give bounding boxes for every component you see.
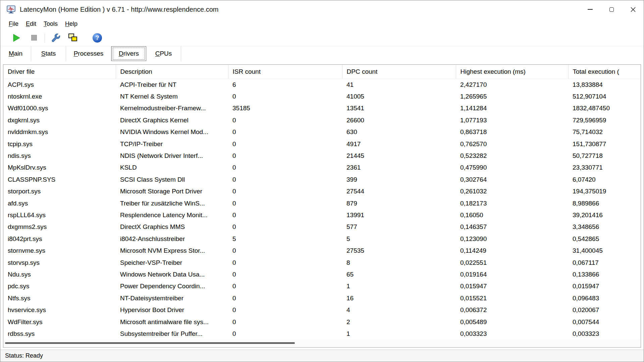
table-row[interactable]: stornvme.sys Microsoft NVM Express Stor.… xyxy=(3,245,641,256)
cell-dpc-count: 27535 xyxy=(342,245,456,256)
cell-dpc-count: 399 xyxy=(342,174,456,185)
cell-isr-count: 0 xyxy=(228,281,342,292)
close-button[interactable] xyxy=(622,0,644,18)
cell-total-execution: 0,542865 xyxy=(568,233,641,245)
cell-highest-execution: 0,762570 xyxy=(456,138,568,150)
cell-description: Microsoft antimalware file sys... xyxy=(116,316,228,328)
column-header-driver-file[interactable]: Driver file xyxy=(3,65,116,79)
minimize-button[interactable] xyxy=(579,0,601,18)
cell-description: i8042-Anschlusstreiber xyxy=(116,233,228,245)
cell-highest-execution: 1,141284 xyxy=(456,103,568,114)
cell-description: Kernelmodustreiber-Framew... xyxy=(116,103,228,114)
cell-dpc-count: 4 xyxy=(342,304,456,316)
cell-dpc-count: 13991 xyxy=(342,209,456,221)
cell-isr-count: 0 xyxy=(228,138,342,150)
close-icon xyxy=(631,7,636,12)
tab-main[interactable]: Main xyxy=(0,46,31,61)
table-row[interactable]: storvsp.sys Speicher-VSP-Treiber 0 8 0,0… xyxy=(3,257,641,268)
tab-drivers[interactable]: Drivers xyxy=(111,46,146,61)
cell-total-execution: 8,989866 xyxy=(568,197,641,209)
cell-description: Microsoft NVM Express Stor... xyxy=(116,245,228,256)
cell-highest-execution: 2,427170 xyxy=(456,79,568,90)
cell-total-execution: 0,003323 xyxy=(568,328,641,340)
tab-processes[interactable]: Processes xyxy=(66,46,111,61)
cell-highest-execution: 1,265965 xyxy=(456,90,568,102)
table-row[interactable]: ntoskrnl.exe NT Kernel & System 0 41005 … xyxy=(3,90,641,102)
windows-button[interactable] xyxy=(66,31,80,45)
table-row[interactable]: tcpip.sys TCP/IP-Treiber 0 4917 0,762570… xyxy=(3,138,641,150)
cell-isr-count: 0 xyxy=(228,316,342,328)
table-row[interactable]: hvservice.sys Hypervisor Boot Driver 0 4… xyxy=(3,304,641,316)
table-row[interactable]: ACPI.sys ACPI-Treiber für NT 6 41 2,4271… xyxy=(3,79,641,90)
cell-total-execution: 194,375019 xyxy=(568,186,641,197)
cell-dpc-count: 65 xyxy=(342,268,456,280)
horizontal-scrollbar[interactable] xyxy=(4,340,640,347)
cell-total-execution: 0,020067 xyxy=(568,304,641,316)
cell-isr-count: 0 xyxy=(228,114,342,126)
stop-icon xyxy=(31,35,37,41)
cell-highest-execution: 0,475990 xyxy=(456,162,568,174)
cell-dpc-count: 21445 xyxy=(342,150,456,162)
stop-monitor-button[interactable] xyxy=(26,31,41,45)
table-row[interactable]: rspLLL64.sys Resplendence Latency Monit.… xyxy=(3,209,641,221)
tab-stats[interactable]: Stats xyxy=(31,46,66,61)
cell-isr-count: 0 xyxy=(228,197,342,209)
column-header-highest-execution[interactable]: Highest execution (ms) xyxy=(456,65,568,79)
menu-file[interactable]: File xyxy=(5,19,22,28)
menu-tools[interactable]: Tools xyxy=(40,19,61,28)
cell-driver-file: Wdf01000.sys xyxy=(3,103,116,114)
table-row[interactable]: CLASSPNP.SYS SCSI Class System Dll 0 399… xyxy=(3,174,641,185)
table-row[interactable]: WdFilter.sys Microsoft antimalware file … xyxy=(3,316,641,328)
cell-dpc-count: 2361 xyxy=(342,162,456,174)
cell-dpc-count: 5 xyxy=(342,233,456,245)
cell-description: Resplendence Latency Monit... xyxy=(116,209,228,221)
maximize-button[interactable] xyxy=(601,0,622,18)
tools-button[interactable] xyxy=(48,31,63,45)
table-row[interactable]: rdbss.sys Subsystemtreiber für Puffer...… xyxy=(3,328,641,340)
table-row[interactable]: Wdf01000.sys Kernelmodustreiber-Framew..… xyxy=(3,103,641,114)
cell-isr-count: 0 xyxy=(228,221,342,233)
table-row[interactable]: Ntfs.sys NT-Dateisystemtreiber 0 16 0,01… xyxy=(3,292,641,304)
menu-edit[interactable]: Edit xyxy=(22,19,40,28)
table-row[interactable]: nvlddmkm.sys NVIDIA Windows Kernel Mod..… xyxy=(3,126,641,138)
table-row[interactable]: i8042prt.sys i8042-Anschlusstreiber 5 5 … xyxy=(3,233,641,245)
window-controls xyxy=(579,0,644,18)
table-row[interactable]: MpKslDrv.sys KSLD 0 2361 0,475990 23,330… xyxy=(3,162,641,174)
column-header-isr-count[interactable]: ISR count xyxy=(228,65,342,79)
table-row[interactable]: Ndu.sys Windows Network Data Usa... 0 65… xyxy=(3,268,641,280)
table-row[interactable]: storport.sys Microsoft Storage Port Driv… xyxy=(3,186,641,197)
cell-description: DirectX Graphics Kernel xyxy=(116,114,228,126)
cell-total-execution: 0,133866 xyxy=(568,268,641,280)
column-header-description[interactable]: Description xyxy=(116,65,228,79)
cell-description: TCP/IP-Treiber xyxy=(116,138,228,150)
table-row[interactable]: dxgkrnl.sys DirectX Graphics Kernel 0 26… xyxy=(3,114,641,126)
cell-driver-file: stornvme.sys xyxy=(3,245,116,256)
column-header-dpc-count[interactable]: DPC count xyxy=(342,65,456,79)
table-row[interactable]: ndis.sys NDIS (Network Driver Interf... … xyxy=(3,150,641,162)
drivers-table: Driver file Description ISR count DPC co… xyxy=(3,65,641,340)
cell-dpc-count: 630 xyxy=(342,126,456,138)
window-title: LatencyMon (Home Edition ) v 6.71 - http… xyxy=(20,6,219,13)
column-header-total-execution[interactable]: Total execution ( xyxy=(568,65,641,79)
cell-isr-count: 0 xyxy=(228,150,342,162)
app-icon xyxy=(6,5,16,14)
table-row[interactable]: pdc.sys Power Dependency Coordin... 0 1 … xyxy=(3,281,641,292)
toolbar-separator xyxy=(45,33,45,43)
start-monitor-button[interactable] xyxy=(9,31,24,45)
cell-driver-file: CLASSPNP.SYS xyxy=(3,174,116,185)
table-row[interactable]: afd.sys Treiber für zusätzliche WinS... … xyxy=(3,197,641,209)
cell-total-execution: 3,348656 xyxy=(568,221,641,233)
tab-cpus[interactable]: CPUs xyxy=(146,46,181,61)
menu-help[interactable]: Help xyxy=(61,19,81,28)
cell-total-execution: 0,096483 xyxy=(568,292,641,304)
cell-total-execution: 6,07420 xyxy=(568,174,641,185)
menubar: File Edit Tools Help xyxy=(0,18,644,29)
cell-description: NVIDIA Windows Kernel Mod... xyxy=(116,126,228,138)
table-row[interactable]: dxgmms2.sys DirectX Graphics MMS 0 577 0… xyxy=(3,221,641,233)
cell-highest-execution: 0,006372 xyxy=(456,304,568,316)
cell-description: DirectX Graphics MMS xyxy=(116,221,228,233)
cell-dpc-count: 41005 xyxy=(342,90,456,102)
scrollbar-thumb[interactable] xyxy=(5,342,295,344)
help-button[interactable]: ? xyxy=(90,31,105,45)
cell-highest-execution: 0,261032 xyxy=(456,186,568,197)
